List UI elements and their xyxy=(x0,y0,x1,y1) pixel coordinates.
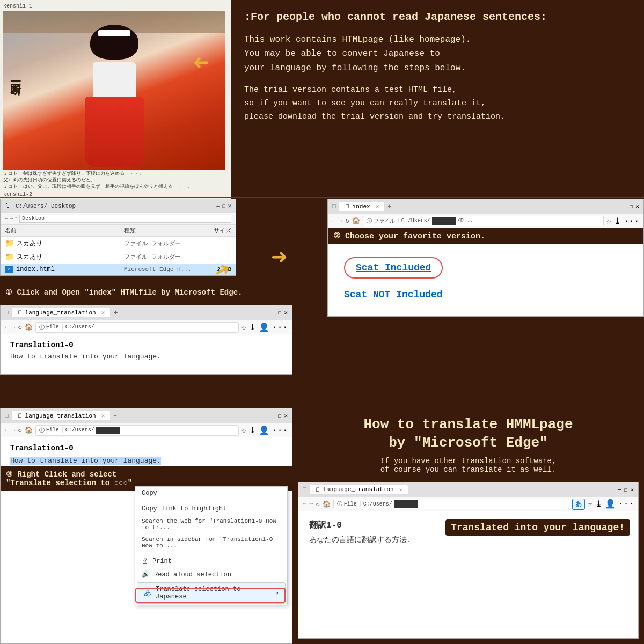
step3-label1: ③ Right Click and select xyxy=(6,470,287,479)
result-browser-addressbar[interactable]: ⓘFile|C:/Users/ xyxy=(333,499,569,509)
index-browser: □ 🗒 index ✕ + — ☐ ✕ ← → ↻ 🏠 ⓘファイル|C:/Use… xyxy=(327,199,644,317)
bottom-right-panel: How to translate HMMLpage by "Microsoft … xyxy=(292,408,644,644)
index-browser-titlebar: □ 🗒 index ✕ + — ☐ ✕ xyxy=(328,199,643,214)
file-table-header: 名前 種類 サイズ xyxy=(1,225,236,237)
scat-not-included-link[interactable]: Scat NOT Included xyxy=(344,289,443,300)
context-menu: Copy Copy link to highlight Search the w… xyxy=(135,486,288,605)
how-to-title2: by "Microsoft Edge" xyxy=(301,434,636,452)
how-to-note1: If you have other translation software, xyxy=(301,457,636,465)
scat-included-link[interactable]: Scat Included xyxy=(356,262,431,273)
browser2-addressbar[interactable]: ⓘFile|C:/Users/ xyxy=(35,425,239,436)
browser1-titlebar: □ 🗒 language_translation ✕ + — ☐ ✕ xyxy=(1,305,292,320)
context-item-link[interactable]: Copy link to highlight xyxy=(135,502,287,515)
browser1-addressbar[interactable]: ⓘFile|C:/Users/ xyxy=(35,322,239,333)
browser1-toolbar: ← → ↻ 🏠 ⓘFile|C:/Users/ ☆ ⤓ 👤 ··· xyxy=(1,320,292,334)
trial-note-block: The trial version contains a test HTML f… xyxy=(244,84,631,123)
context-item-copy[interactable]: Copy xyxy=(135,487,287,500)
browser2-page-title: Translation1-0 xyxy=(10,444,282,452)
context-item-read-aloud[interactable]: 🔊Read aloud selection xyxy=(135,568,287,581)
index-browser-tab[interactable]: 🗒 index ✕ xyxy=(339,201,385,211)
scat-included-highlight: Scat Included xyxy=(344,257,443,279)
index-browser-toolbar: ← → ↻ 🏠 ⓘファイル|C:/Users/ /D... ☆ ⤓ ··· xyxy=(328,214,643,228)
file-explorer-pathbar: ←→↑ Desktop xyxy=(1,213,236,225)
main-title: :For people who cannot read Japanese sen… xyxy=(244,11,631,23)
anime-illustration: 一刀両断 xyxy=(3,11,225,170)
folder-row-2[interactable]: 📁スカあり ファイル フォルダー xyxy=(1,250,236,264)
result-browser-tab[interactable]: 🗒 language_translation ✕ xyxy=(309,485,409,495)
anime-caption: ミコト: 剣は珠すぎず尖すぎず降り、下腹に力を込める・・・。 父: 剣の先は日頃… xyxy=(3,171,228,191)
folder-row-1[interactable]: 📁スカあり ファイル フォルダー xyxy=(1,237,236,250)
browser2-toolbar: ← → ↻ 🏠 ⓘFile|C:/Users/ ☆ ⤓ 👤 ··· xyxy=(1,423,292,437)
browser1-tab[interactable]: 🗒 language_translation ✕ xyxy=(11,308,111,318)
translate-icon-toolbar[interactable]: あ xyxy=(572,499,585,510)
step2-label-wrap: ② Choose your favorite version. xyxy=(328,228,643,244)
file-explorer: 🗂 C:/Users/ Desktop — ☐ ✕ ←→↑ Desktop 名前… xyxy=(0,199,236,276)
scat-included-wrap: Scat Included xyxy=(344,257,627,279)
arrow-2: ➜ xyxy=(271,241,287,274)
step2-label: ② Choose your favorite version. xyxy=(333,232,485,241)
context-item-print[interactable]: 🖨Print xyxy=(135,554,287,568)
divider-1 xyxy=(0,197,644,198)
description-block: This work contains HTMLpage (like homepa… xyxy=(244,33,631,75)
context-item-search[interactable]: Search the web for "Translation1-0 How t… xyxy=(135,515,287,533)
html-file-row[interactable]: e index.html Microsoft Edge H... 2 KB xyxy=(1,264,236,275)
browser1-content: Translation1-0 How to translate into you… xyxy=(1,334,292,367)
result-browser-content: 翻訳1-0 あなたの言語に翻訳する方法. Translated into you… xyxy=(298,511,638,638)
browser1-page-text: How to translate into your language. xyxy=(10,353,282,361)
how-to-section: How to translate HMMLpage by "Microsoft … xyxy=(292,408,644,477)
browser2-selected-text: How to translate into your language. xyxy=(10,457,161,465)
result-browser: □ 🗒 language_translation ✕ + — ☐ ✕ ← → ↻… xyxy=(298,482,639,639)
arrow-to-image: ➜ xyxy=(193,46,209,78)
index-browser-addressbar[interactable]: ⓘファイル|C:/Users/ /D... xyxy=(363,216,604,226)
scat-not-included-wrap: Scat NOT Included xyxy=(344,289,627,300)
top-description: :For people who cannot read Japanese sen… xyxy=(231,0,644,134)
browser-2: □ 🗒 language_translation ✕ + — ☐ ✕ ← → ↻… xyxy=(0,408,292,644)
translated-text: あなたの言語に翻訳する方法. xyxy=(309,535,627,545)
how-to-note2: of course you can translate it as well. xyxy=(301,465,636,474)
file-explorer-titlebar: 🗂 C:/Users/ Desktop — ☐ ✕ xyxy=(1,199,236,213)
how-to-title1: How to translate HMMLpage xyxy=(301,416,636,434)
context-item-sidebar[interactable]: Search in sidebar for "Translation1-0 Ho… xyxy=(135,533,287,552)
result-browser-titlebar: □ 🗒 language_translation ✕ + — ☐ ✕ xyxy=(298,482,638,497)
translated-result-label: Translated into your language! xyxy=(445,519,630,536)
context-item-translate[interactable]: あ Translate selection to Japanese ↗ xyxy=(137,582,286,604)
step1-label: ① Click and Open "index" HTMLfile by Mic… xyxy=(5,288,287,297)
index-browser-content: Scat Included Scat NOT Included xyxy=(328,244,643,316)
browser2-titlebar: □ 🗒 language_translation ✕ + — ☐ ✕ xyxy=(1,408,292,423)
browser-1: □ 🗒 language_translation ✕ + — ☐ ✕ ← → ↻… xyxy=(0,305,292,375)
browser2-tab[interactable]: 🗒 language_translation ✕ xyxy=(11,411,111,421)
step1-label-wrap: ① Click and Open "index" HTMLfile by Mic… xyxy=(0,284,292,300)
result-browser-toolbar: ← → ↻ 🏠 ⓘFile|C:/Users/ あ ☆ ⤓ 👤 ··· xyxy=(298,497,638,511)
arrow-wrap-2: ➜ xyxy=(231,247,327,268)
kenshi-label1: kenshi1-1 xyxy=(3,3,228,9)
anime-image-section: kenshi1-1 一刀両断 ミコト: 剣は珠すぎず尖すぎず降り、下腹に力を込め… xyxy=(0,0,231,199)
edge-file-icon: e xyxy=(5,266,13,273)
browser1-page-title: Translation1-0 xyxy=(10,341,282,349)
